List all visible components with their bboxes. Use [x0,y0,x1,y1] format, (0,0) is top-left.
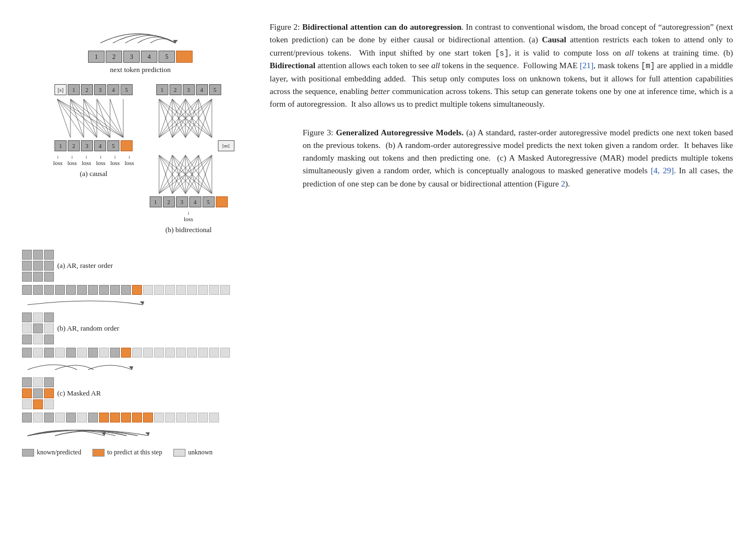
legend-topredict: to predict at this step [92,448,162,457]
fig3-caption-title: Generalized Autoregressive Models. [336,128,463,137]
fig2-m-token: [m] [641,62,655,70]
fig3-caption: Figure 3: Generalized Autoregressive Mod… [270,127,733,190]
legend: known/predicted to predict at this step … [22,448,259,457]
fig3-row-c: (c) Masked AR [22,377,259,437]
bidir-loss-row: ↓loss [183,210,195,222]
fig3-row-a-label: (a) AR, raster order [57,261,123,270]
fig3-caption-prefix: Figure 3: [303,128,336,137]
fig2-diagrams: [s] 1 2 3 4 5 [22,84,259,234]
fig2-top-label: next token prediction [110,65,171,74]
fig2-bidir-bold: Bidirectional [270,61,315,70]
fig2-bidir-rest: attention allows each token to see [315,61,431,70]
legend-known-box [22,449,34,457]
bidir-attn-svg [153,96,225,140]
token-4: 4 [141,51,157,63]
fig3-ref29: 29] [660,166,674,175]
m-token: [m] [218,140,234,151]
fig3-ref4: [4, [650,166,659,175]
legend-unknown-label: unknown [188,448,213,457]
fig2-better-italic: better [370,87,390,96]
fig2-caption: Figure 2: Bidirectional attention can do… [270,17,733,111]
fig3-row-c-label: (c) Masked AR [57,389,123,398]
s-token-causal: [s] [54,84,67,95]
fig2-causal-bold: Causal [542,35,566,44]
fig2-caption-title: Bidirectional attention can do autoregre… [302,23,461,31]
fig2-s-token: [s] [495,49,508,58]
bidir-attn2-svg [153,152,225,196]
fig3-row-b-label: (b) AR, random order [57,324,123,333]
fig2-bidir-rest3: , mask tokens [594,61,641,70]
bidir-diagram: 1 2 3 4 5 [147,84,230,234]
svg-line-17 [84,99,123,138]
fig2-causal-rest3: tokens at training time. (b) [634,48,733,57]
fig2-all-italic: all [625,48,634,57]
token-strip-top: 1 2 3 4 5 [88,51,193,63]
fig3-arc-c [22,424,226,437]
legend-orange-box [92,449,105,457]
svg-line-6 [57,99,97,138]
right-column: Figure 2: Bidirectional attention can do… [270,17,733,457]
fig2-all2-italic: all [431,61,440,70]
legend-known: known/predicted [22,448,81,457]
causal-attn-svg [51,96,136,140]
left-column: 1 2 3 4 5 next token prediction [s] 1 2 … [22,17,259,457]
token-5: 5 [158,51,175,63]
bidir-label: (b) bidirectional [165,226,211,234]
causal-diagram: [s] 1 2 3 4 5 [51,84,136,178]
fig3-ref2: 2 [561,179,565,188]
fig2-top-diagram: 1 2 3 4 5 next token prediction [85,22,195,74]
fig3-arc-a [22,296,226,306]
fig2-causal-rest2: , it is valid to compute loss on [509,48,625,57]
svg-line-15 [57,99,123,138]
svg-line-1 [57,99,70,138]
token-1: 1 [88,51,105,63]
token-2: 2 [106,51,122,63]
fig3-section: (a) AR, raster order [22,250,259,457]
fig2-ref21: [21] [580,61,594,70]
legend-unknown: unknown [173,448,213,457]
fig2-caption-prefix: Figure 2: [270,23,302,31]
svg-marker-0 [173,40,178,43]
fig3-row-a: (a) AR, raster order [22,250,259,306]
legend-unknown-box [173,449,185,457]
fig2-bidir-rest2: tokens in the sequence. Following MAE [440,61,579,70]
fig3-caption-end: ). [565,179,570,188]
fig3-row-b: (b) AR, random order [22,312,259,371]
svg-line-19 [110,99,123,138]
token-3: 3 [123,51,140,63]
token-orange [176,51,193,63]
causal-loss-row: ↓loss ↓loss ↓loss ↓loss ↓loss ↓loss [51,154,136,166]
legend-known-label: known/predicted [37,448,81,457]
causal-label: (a) causal [80,169,107,178]
fig3-arc-b [22,359,226,371]
legend-topredict-label: to predict at this step [107,448,162,457]
arc-diagram [85,22,195,50]
